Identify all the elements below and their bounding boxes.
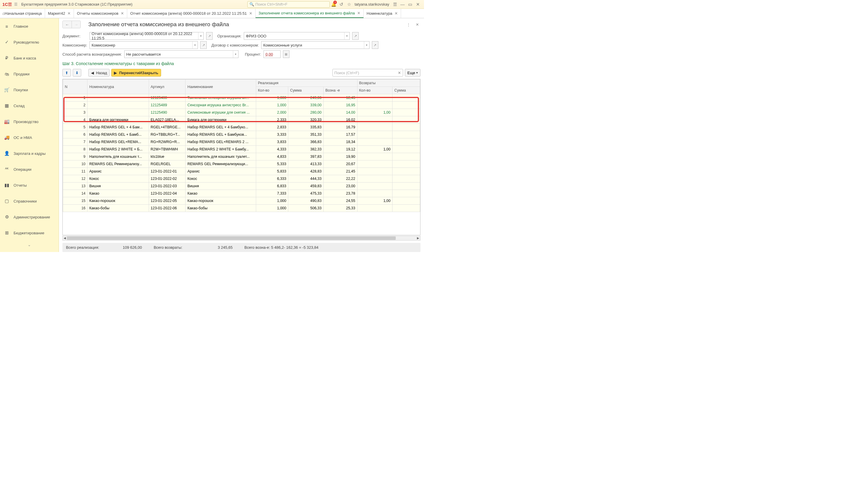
cell-sum[interactable]: 490,83 (288, 197, 324, 204)
cell-nomen[interactable]: Какао-бобы (88, 204, 149, 212)
tab[interactable]: Заполнение отчета комиссионера из внешне… (256, 9, 364, 18)
cell-sum[interactable]: 320,33 (288, 116, 324, 124)
cell-sum[interactable]: 249,00 (288, 94, 324, 102)
cell-article[interactable]: R2W+TBWHWH (149, 146, 185, 153)
cell-ret_qty[interactable] (357, 204, 393, 212)
cell-article[interactable]: RGELRGEL (149, 160, 185, 168)
settings-icon[interactable]: ☰ (391, 2, 399, 7)
cell-name[interactable]: Сенсорная игрушка антистресс Br... (185, 102, 256, 109)
cell-ret_sum[interactable] (393, 94, 420, 102)
cell-qty[interactable]: 7,333 (256, 190, 288, 197)
cell-article[interactable]: 12125488 (149, 94, 185, 102)
col-reward[interactable]: Возна -е (323, 87, 357, 94)
sidebar-item[interactable]: ▦Склад (0, 98, 59, 114)
cell-n[interactable]: 11 (63, 168, 88, 175)
cell-article[interactable]: 123-01-2022-06 (149, 204, 185, 212)
col-article[interactable]: Артикул (149, 79, 185, 94)
cell-article[interactable]: RG+TBBLRG+T... (149, 131, 185, 138)
cell-reward[interactable]: 19,90 (323, 153, 357, 160)
cell-ret_qty[interactable]: 1,00 (357, 146, 393, 153)
cell-sum[interactable]: 397,83 (288, 153, 324, 160)
cell-nomen[interactable]: Набор REMARS GEL + 4 Бам... (88, 124, 149, 131)
cell-ret_sum[interactable] (393, 175, 420, 182)
cell-sum[interactable]: 459,83 (288, 182, 324, 190)
nav-forward-button[interactable]: → (72, 21, 80, 28)
scrollbar-thumb[interactable] (67, 236, 396, 240)
cell-sum[interactable]: 444,33 (288, 175, 324, 182)
cell-qty[interactable]: 2,000 (256, 109, 288, 116)
tab[interactable]: Отчеты комиссионеров✕ (74, 9, 127, 18)
cell-qty[interactable]: 5,333 (256, 160, 288, 168)
cell-ret_sum[interactable] (393, 146, 420, 153)
cell-article[interactable]: 123-01-2022-01 (149, 168, 185, 175)
sidebar-item[interactable]: 🛒Покупки (0, 82, 59, 98)
move-down-button[interactable]: ⬇ (73, 69, 81, 76)
cell-qty[interactable]: 1,000 (256, 204, 288, 212)
cell-qty[interactable]: 3,333 (256, 131, 288, 138)
cell-sum[interactable]: 339,00 (288, 102, 324, 109)
cell-nomen[interactable]: REMARS GEL Реминерализу... (88, 160, 149, 168)
cell-n[interactable]: 4 (63, 116, 88, 124)
cell-nomen[interactable] (88, 109, 149, 116)
cell-ret_sum[interactable] (393, 138, 420, 146)
nav-back-button[interactable]: ← (63, 21, 72, 28)
table-row[interactable]: 9Наполнитель для кошачьих т...kts1blueНа… (63, 153, 420, 160)
cell-qty[interactable]: 6,833 (256, 182, 288, 190)
cell-ret_qty[interactable] (357, 160, 393, 168)
cell-name[interactable]: Силиконовые игрушки для снятия ... (185, 109, 256, 116)
method-input[interactable]: Не рассчитывается▾ (124, 50, 238, 58)
sidebar-item[interactable]: 🛍Продажи (0, 66, 59, 82)
cell-ret_qty[interactable] (357, 138, 393, 146)
global-search-input[interactable]: 🔍 Поиск Ctrl+Shift+F (247, 1, 330, 8)
cell-name[interactable]: Какао-порошок (185, 197, 256, 204)
cell-sum[interactable]: 351,33 (288, 131, 324, 138)
col-real[interactable]: Реализация (256, 79, 357, 87)
col-ret-sum[interactable]: Сумма (393, 87, 420, 94)
cell-reward[interactable]: 20,67 (323, 160, 357, 168)
col-name[interactable]: Наименование (185, 79, 256, 94)
menu-toggle-icon[interactable]: ☰ (14, 2, 18, 6)
cell-reward[interactable]: 16,95 (323, 102, 357, 109)
col-n[interactable]: N (63, 79, 88, 94)
horizontal-scrollbar[interactable]: ◀ ▶ (62, 236, 420, 240)
cell-article[interactable]: RGEL+4TBRGE... (149, 124, 185, 131)
cell-nomen[interactable]: Кокос (88, 175, 149, 182)
cell-reward[interactable]: 17,57 (323, 131, 357, 138)
scroll-right-icon[interactable]: ▶ (416, 236, 420, 240)
cell-name[interactable]: Набор REMARS GEL+REMARS 2 ... (185, 138, 256, 146)
cell-article[interactable]: ELA027-18ELA... (149, 116, 185, 124)
table-row[interactable]: 112125488Тактильная сенсорная игрушка ан… (63, 94, 420, 102)
sidebar-item[interactable]: ᴬᴷОперации (0, 161, 59, 177)
sidebar-item[interactable]: 🚚ОС и НМА (0, 129, 59, 145)
cell-article[interactable]: 123-01-2022-05 (149, 197, 185, 204)
cell-n[interactable]: 2 (63, 102, 88, 109)
cell-qty[interactable]: 6,333 (256, 175, 288, 182)
cell-nomen[interactable]: Набор REMARS GEL+REMA... (88, 138, 149, 146)
table-row[interactable]: 12Кокос123-01-2022-02Кокос6,333444,3322,… (63, 175, 420, 182)
sidebar-item[interactable]: ▮▮Отчеты (0, 177, 59, 193)
contract-open-button[interactable]: ↗ (372, 41, 378, 49)
tab-close-icon[interactable]: ✕ (249, 11, 252, 16)
tab[interactable]: ⌂ Начальная страница (0, 9, 45, 18)
cell-reward[interactable]: 12,45 (323, 94, 357, 102)
cell-qty[interactable]: 1,000 (256, 197, 288, 204)
sidebar-item[interactable]: ⊞Бюджетирование (0, 225, 59, 241)
cell-ret_qty[interactable]: 1,00 (357, 109, 393, 116)
commissioner-input[interactable]: Комиссионер▾ (90, 41, 198, 49)
table-row[interactable]: 10REMARS GEL Реминерализу...RGELRGELREMA… (63, 160, 420, 168)
table-row[interactable]: 5Набор REMARS GEL + 4 Бам...RGEL+4TBRGE.… (63, 124, 420, 131)
cell-ret_sum[interactable] (393, 160, 420, 168)
table-row[interactable]: 16Какао-бобы123-01-2022-06Какао-бобы1,00… (63, 204, 420, 212)
cell-article[interactable]: 123-01-2022-04 (149, 190, 185, 197)
cell-nomen[interactable]: Наполнитель для кошачьих т... (88, 153, 149, 160)
cell-nomen[interactable]: Какао-порошок (88, 197, 149, 204)
cell-n[interactable]: 6 (63, 131, 88, 138)
tab[interactable]: Отчет комиссионера (агента) 0000-000018 … (127, 9, 256, 18)
more-menu-icon[interactable]: ⋮ (405, 22, 412, 27)
cell-reward[interactable]: 22,22 (323, 175, 357, 182)
table-row[interactable]: 7Набор REMARS GEL+REMA...RG+R2WRG+R...На… (63, 138, 420, 146)
cell-n[interactable]: 16 (63, 204, 88, 212)
cell-ret_qty[interactable] (357, 94, 393, 102)
cell-reward[interactable]: 23,78 (323, 190, 357, 197)
table-row[interactable]: 4Бумага для оргтехникиELA027-18ELA...Бум… (63, 116, 420, 124)
